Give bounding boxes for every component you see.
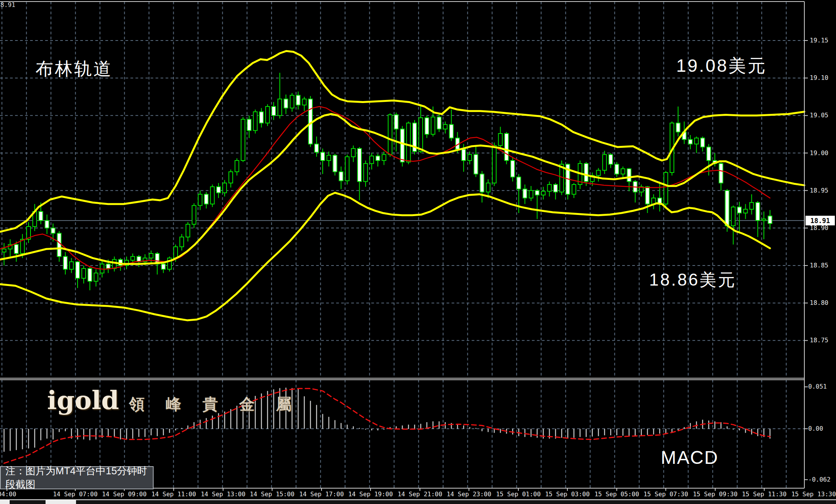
price-axis-label: 18.85 [810,262,828,269]
candle-body [63,257,67,269]
candle-body [645,187,649,204]
candle-body [333,155,337,172]
candle-body [689,140,692,144]
candle-body [602,154,606,170]
candle-body [517,177,521,189]
time-axis-label: 14 Sep 23:00 [447,490,491,498]
candle-body [247,119,251,130]
time-axis-label: 15 Sep 07:30 [643,490,688,498]
candle-body [296,95,300,105]
candle-body [272,107,276,115]
watermark-latin-text: igold [47,387,119,413]
watermark-chinese-text: 領 峰 貴 金 屬 [129,394,300,415]
candle-body [504,134,508,161]
candle-body [388,115,392,154]
candle-body [217,187,220,193]
note-box: 注：图片为MT4平台中15分钟时段截图 [0,466,154,489]
candle-body [351,149,355,157]
price-axis-label: 19.10 [810,74,828,81]
candle-body [14,245,18,254]
candle-body [229,172,233,183]
candle-body [498,134,502,145]
candle-body [609,154,613,164]
current-price-flag: 18.91 [806,216,835,225]
candle-body [719,164,723,183]
upper-band-price-annotation: 19.08美元 [676,54,767,78]
candle-body [339,172,343,181]
candle-body [235,161,239,172]
time-axis-label: 15 Sep 11:30 [742,490,787,498]
candle-body [596,170,600,176]
candle-body [486,183,490,192]
time-axis-label: 15 Sep 05:00 [594,490,639,498]
candle-body [131,257,135,260]
candle-body [106,264,110,269]
candle-body [382,154,386,161]
bottom-strip-box [76,500,836,504]
candle-body [198,194,202,205]
time-axis-label: 14 Sep 17:00 [299,490,344,498]
candle-body [462,149,465,161]
candle-body [204,194,208,204]
candle-body [627,169,631,181]
candle-body [192,206,196,225]
candle-body [112,259,116,268]
candle-body [39,211,43,220]
candle-body [572,184,576,194]
igold-watermark-logo: igold 領 峰 貴 金 屬 [47,387,300,415]
candle-body [180,237,184,247]
candle-body [547,184,551,191]
candle-body [241,119,245,161]
candle-body [694,138,698,144]
red-ma-line [0,107,770,269]
candle-body [57,233,61,256]
candle-body [615,164,619,174]
candle-body [186,224,190,237]
price-axis-label: 18.95 [810,187,828,194]
bottom-edge-strip [0,499,836,504]
candle-body [535,191,539,195]
candle-body [357,149,361,182]
candle-body [756,203,760,221]
time-axis-label: 14 Sep 15:00 [250,490,294,498]
candle-body [468,154,472,161]
time-axis-label: 14 Sep 19:00 [348,490,393,498]
candle-body [2,249,6,252]
macd-annotation: MACD [661,447,718,468]
candle-body [621,169,625,174]
candle-body [69,262,73,269]
price-axis-label: 19.15 [810,37,828,44]
candle-body [676,123,680,132]
candle-body [725,191,729,226]
price-axis-label: 18.75 [810,337,828,344]
time-axis-label: 15 Sep 01:00 [496,490,541,498]
candle-body [701,138,704,147]
bottom-strip-box [10,500,46,504]
candle-body [523,189,527,198]
candle-body [492,145,496,183]
candle-body [149,254,153,258]
candle-body [400,129,404,162]
candle-body [394,115,398,129]
bollinger-lower-line [0,193,770,320]
candle-body [406,123,410,162]
mt4-chart-window: 8.91 布林轨道 19.08美元 18.86美元 MACD igold 領 峰… [0,0,836,504]
macd-axis-label: -0.062 [808,476,831,483]
candle-body [82,269,86,278]
candle-body [511,161,514,177]
candle-body [480,174,484,192]
candle-body [76,262,80,278]
time-axis-label: 14 Sep 07:00 [53,490,98,498]
bollinger-annotation: 布林轨道 [36,57,113,81]
candle-body [553,184,557,192]
time-axis-label: 15 Sep 13:30 [791,490,836,498]
time-axis-label: 14 Sep 13:00 [201,490,245,498]
candle-body [45,220,49,228]
price-axis-label: 19.05 [810,112,828,119]
candle-body [437,117,441,129]
candle-body [731,207,735,226]
macd-axis-label: 0.051 [808,383,827,390]
candle-body [376,156,380,161]
candle-body [259,112,263,123]
candle-body [419,118,423,151]
